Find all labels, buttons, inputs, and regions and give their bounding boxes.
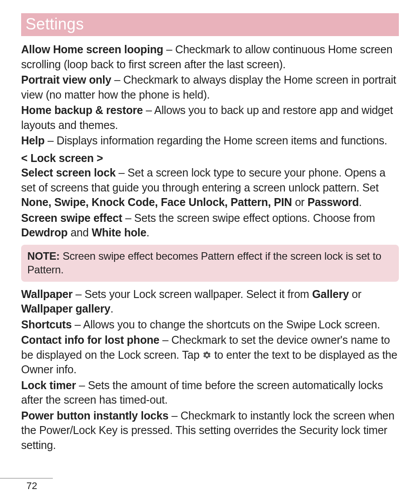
document-page: Settings Allow Home screen looping – Che… xyxy=(0,0,420,504)
setting-description: – Allows you to change the shortcuts on … xyxy=(72,318,380,331)
setting-item: Home backup & restore – Allows you to ba… xyxy=(21,103,399,132)
setting-label: Contact info for lost phone xyxy=(21,334,159,346)
setting-item: Allow Home screen looping – Checkmark to… xyxy=(21,42,399,72)
setting-label: Portrait view only xyxy=(21,74,111,86)
setting-label: Allow Home screen looping xyxy=(21,43,163,55)
body-text: Allow Home screen looping – Checkmark to… xyxy=(21,42,399,452)
page-title: Settings xyxy=(21,13,399,36)
setting-label: Select screen lock xyxy=(21,166,116,179)
setting-item: Portrait view only – Checkmark to always… xyxy=(21,73,399,102)
setting-label: Lock timer xyxy=(21,379,76,391)
note-box: NOTE: Screen swipe effect becomes Patter… xyxy=(21,245,399,282)
setting-item: Screen swipe effect – Sets the screen sw… xyxy=(21,211,399,240)
setting-item: Contact info for lost phone – Checkmark … xyxy=(21,333,399,377)
note-label: NOTE: xyxy=(27,250,60,262)
setting-label: Wallpaper xyxy=(21,288,73,300)
note-text: Screen swipe effect becomes Pattern effe… xyxy=(27,250,381,276)
setting-item: Shortcuts – Allows you to change the sho… xyxy=(21,317,399,332)
page-footer: 72 xyxy=(0,478,53,492)
gear-icon xyxy=(203,349,211,357)
setting-item: Power button instantly locks – Checkmark… xyxy=(21,408,399,453)
page-number: 72 xyxy=(0,480,53,492)
setting-description: – Sets the amount of time before the scr… xyxy=(21,379,383,406)
setting-label: Shortcuts xyxy=(21,318,72,331)
setting-description: – Displays information regarding the Hom… xyxy=(44,134,387,147)
footer-rule xyxy=(0,478,53,478)
setting-label: Screen swipe effect xyxy=(21,212,122,224)
setting-item: Lock timer – Sets the amount of time bef… xyxy=(21,378,399,408)
setting-item: Help – Displays information regarding th… xyxy=(21,133,399,148)
setting-label: Help xyxy=(21,134,44,147)
setting-item: Select screen lock – Set a screen lock t… xyxy=(21,166,399,210)
setting-label: Power button instantly locks xyxy=(21,409,169,422)
setting-label: Home backup & restore xyxy=(21,104,143,116)
setting-item: Wallpaper – Sets your Lock screen wallpa… xyxy=(21,287,399,316)
section-heading-lock-screen: < Lock screen > xyxy=(21,151,399,166)
